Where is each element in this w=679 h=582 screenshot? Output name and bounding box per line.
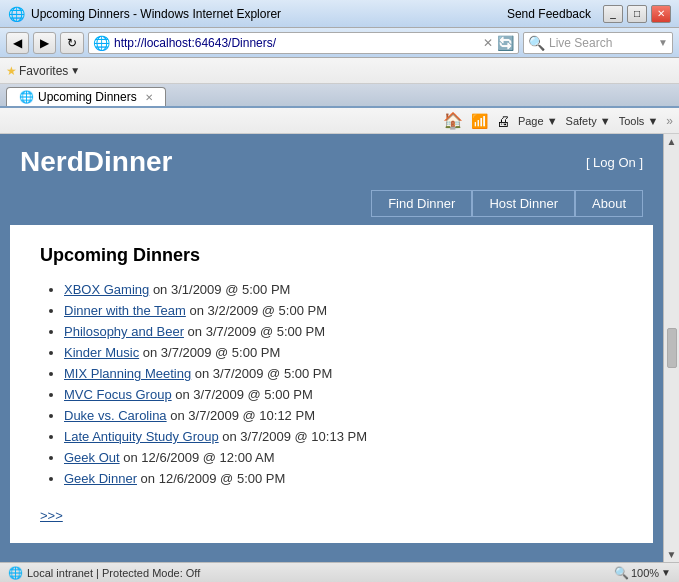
tab-icon: 🌐 (19, 90, 34, 104)
page-content: NerdDinner [ Log On ] Find Dinner Host D… (0, 134, 663, 562)
log-on-link[interactable]: Log On (593, 155, 636, 170)
dinner-link[interactable]: Kinder Music (64, 345, 139, 360)
dinner-link[interactable]: Geek Out (64, 450, 120, 465)
find-dinner-button[interactable]: Find Dinner (371, 190, 472, 217)
search-placeholder: Live Search (549, 36, 654, 50)
address-text: http://localhost:64643/Dinners/ (114, 36, 479, 50)
host-dinner-button[interactable]: Host Dinner (472, 190, 575, 217)
favorites-bar: ★ Favorites ▼ (0, 58, 679, 84)
dinner-link[interactable]: MIX Planning Meeting (64, 366, 191, 381)
ie-page-icon: 🌐 (93, 35, 110, 51)
more-link[interactable]: >>> (40, 508, 63, 523)
zoom-control[interactable]: 🔍 100% ▼ (614, 566, 671, 580)
back-icon: ◀ (13, 36, 22, 50)
toolbar-expand-icon[interactable]: » (666, 114, 673, 128)
title-bar-right: Send Feedback _ □ ✕ (507, 5, 671, 23)
toolbar-bar: 🏠 📶 🖨 Page ▼ Safety ▼ Tools ▼ » (0, 108, 679, 134)
safety-menu-button[interactable]: Safety ▼ (566, 115, 611, 127)
dinner-link[interactable]: Duke vs. Carolina (64, 408, 167, 423)
dinner-link[interactable]: Geek Dinner (64, 471, 137, 486)
dinner-link[interactable]: Dinner with the Team (64, 303, 186, 318)
title-bar: 🌐 Upcoming Dinners - Windows Internet Ex… (0, 0, 679, 28)
refresh-icon: ↻ (67, 36, 77, 50)
favorites-button[interactable]: ★ Favorites ▼ (6, 64, 80, 78)
site-title: NerdDinner (20, 146, 172, 178)
navigation-bar: ◀ ▶ ↻ 🌐 http://localhost:64643/Dinners/ … (0, 28, 679, 58)
home-icon[interactable]: 🏠 (443, 111, 463, 130)
tools-menu-button[interactable]: Tools ▼ (619, 115, 659, 127)
page-menu-button[interactable]: Page ▼ (518, 115, 558, 127)
list-item: Dinner with the Team on 3/2/2009 @ 5:00 … (64, 303, 623, 318)
globe-status-icon: 🌐 (8, 566, 23, 580)
list-item: Geek Out on 12/6/2009 @ 12:00 AM (64, 450, 623, 465)
favorites-label: Favorites (19, 64, 68, 78)
dinner-link[interactable]: Philosophy and Beer (64, 324, 184, 339)
main-content-row: NerdDinner [ Log On ] Find Dinner Host D… (0, 134, 679, 562)
favorites-dropdown-icon: ▼ (70, 65, 80, 76)
ie-logo-icon: 🌐 (8, 6, 25, 22)
log-on-area: [ Log On ] (586, 155, 643, 170)
scroll-up-icon[interactable]: ▲ (667, 136, 677, 147)
scroll-thumb[interactable] (667, 328, 677, 368)
go-refresh-icon[interactable]: ✕ (483, 36, 493, 50)
list-item: Duke vs. Carolina on 3/7/2009 @ 10:12 PM (64, 408, 623, 423)
status-left: 🌐 Local intranet | Protected Mode: Off (8, 566, 200, 580)
star-icon: ★ (6, 64, 17, 78)
search-dropdown-icon[interactable]: ▼ (658, 37, 668, 48)
zoom-level: 100% (631, 567, 659, 579)
search-bar[interactable]: 🔍 Live Search ▼ (523, 32, 673, 54)
refresh-button[interactable]: ↻ (60, 32, 84, 54)
list-item: MIX Planning Meeting on 3/7/2009 @ 5:00 … (64, 366, 623, 381)
site-header: NerdDinner [ Log On ] (0, 134, 663, 190)
zoom-dropdown-icon: ▼ (661, 567, 671, 578)
list-item: Kinder Music on 3/7/2009 @ 5:00 PM (64, 345, 623, 360)
tab-close-icon[interactable]: ✕ (145, 92, 153, 103)
rss-icon[interactable]: 📶 (471, 113, 488, 129)
status-text: Local intranet | Protected Mode: Off (27, 567, 200, 579)
list-item: MVC Focus Group on 3/7/2009 @ 5:00 PM (64, 387, 623, 402)
list-item: XBOX Gaming on 3/1/2009 @ 5:00 PM (64, 282, 623, 297)
forward-icon: ▶ (40, 36, 49, 50)
address-bar[interactable]: 🌐 http://localhost:64643/Dinners/ ✕ 🔄 (88, 32, 519, 54)
print-icon[interactable]: 🖨 (496, 113, 510, 129)
tab-bar: 🌐 Upcoming Dinners ✕ (0, 84, 679, 108)
maximize-button[interactable]: □ (627, 5, 647, 23)
close-button[interactable]: ✕ (651, 5, 671, 23)
back-button[interactable]: ◀ (6, 32, 29, 54)
scrollbar[interactable]: ▲ ▼ (663, 134, 679, 562)
go-button[interactable]: 🔄 (497, 35, 514, 51)
list-item: Philosophy and Beer on 3/7/2009 @ 5:00 P… (64, 324, 623, 339)
forward-button[interactable]: ▶ (33, 32, 56, 54)
content-area: Upcoming Dinners XBOX Gaming on 3/1/2009… (10, 225, 653, 543)
dinner-link[interactable]: MVC Focus Group (64, 387, 172, 402)
scroll-down-icon[interactable]: ▼ (667, 549, 677, 560)
tab-label: Upcoming Dinners (38, 90, 137, 104)
active-tab[interactable]: 🌐 Upcoming Dinners ✕ (6, 87, 166, 106)
send-feedback-link[interactable]: Send Feedback (507, 7, 591, 21)
dinner-link[interactable]: XBOX Gaming (64, 282, 149, 297)
title-bar-left: 🌐 Upcoming Dinners - Windows Internet Ex… (8, 6, 281, 22)
status-bar: 🌐 Local intranet | Protected Mode: Off 🔍… (0, 562, 679, 582)
zoom-icon: 🔍 (614, 566, 629, 580)
list-item: Geek Dinner on 12/6/2009 @ 5:00 PM (64, 471, 623, 486)
about-button[interactable]: About (575, 190, 643, 217)
log-on-suffix: ] (636, 155, 643, 170)
window-title: Upcoming Dinners - Windows Internet Expl… (31, 7, 281, 21)
dinner-list: XBOX Gaming on 3/1/2009 @ 5:00 PM Dinner… (40, 282, 623, 486)
live-search-icon: 🔍 (528, 35, 545, 51)
minimize-button[interactable]: _ (603, 5, 623, 23)
site-nav-buttons: Find Dinner Host Dinner About (0, 190, 663, 225)
dinner-link[interactable]: Late Antiquity Study Group (64, 429, 219, 444)
list-item: Late Antiquity Study Group on 3/7/2009 @… (64, 429, 623, 444)
page-heading: Upcoming Dinners (40, 245, 623, 266)
